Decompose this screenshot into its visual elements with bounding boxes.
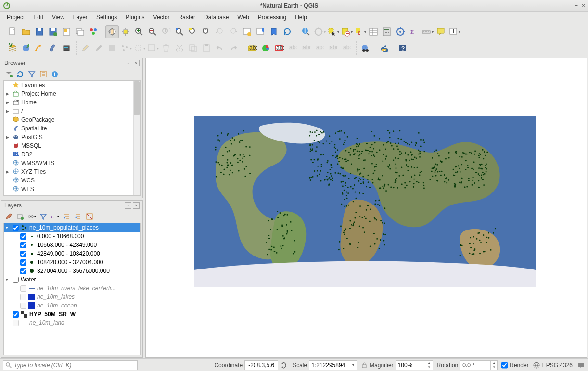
new-virtual-layer-icon[interactable]: [46, 41, 60, 55]
remove-layer-icon[interactable]: [85, 212, 94, 221]
paste-features-icon[interactable]: [200, 41, 213, 55]
add-vector-layer-icon[interactable]: V: [6, 41, 19, 55]
close-button[interactable]: ×: [582, 2, 585, 9]
zoom-out-icon[interactable]: [146, 25, 159, 38]
help-icon[interactable]: ?: [396, 41, 409, 55]
locator-input[interactable]: [14, 362, 135, 369]
layer-checkbox[interactable]: [20, 294, 26, 300]
manage-visibility-icon[interactable]: ▾: [27, 212, 36, 221]
layer-row[interactable]: 10668.000 - 42849.000: [4, 241, 140, 249]
style-manager-icon[interactable]: [87, 25, 100, 38]
metasearch-icon[interactable]: [358, 41, 372, 55]
browser-item-project-home[interactable]: ▶Project Home: [4, 90, 140, 98]
magnifier-up-icon[interactable]: ▴: [426, 361, 433, 365]
layers-tree[interactable]: ▾ne_10m_populated_places0.000 - 10668.00…: [3, 223, 141, 355]
menu-database[interactable]: Database: [200, 13, 232, 22]
statistics-icon[interactable]: Σ: [407, 25, 421, 38]
add-raster-layer-icon[interactable]: +: [19, 41, 33, 55]
map-canvas[interactable]: [145, 58, 587, 358]
filter-legend-icon[interactable]: [39, 212, 48, 221]
new-project-icon[interactable]: [6, 25, 19, 38]
menu-processing[interactable]: Processing: [254, 13, 290, 22]
python-console-icon[interactable]: [377, 41, 391, 55]
save-project-icon[interactable]: [33, 25, 46, 38]
browser-detach-button[interactable]: ▫: [125, 60, 131, 66]
new-gps-layer-icon[interactable]: [60, 41, 73, 55]
scale-dropdown-icon[interactable]: ▾: [349, 361, 357, 370]
layer-checkbox[interactable]: [13, 277, 19, 283]
browser-item-geopackage[interactable]: GeoPackage: [4, 115, 140, 124]
collapse-all-icon[interactable]: [74, 212, 82, 221]
new-map-view-icon[interactable]: [240, 25, 254, 38]
expand-all-icon[interactable]: [62, 212, 71, 221]
layer-row[interactable]: ne_10m_land: [4, 319, 140, 327]
layer-row[interactable]: ne_10m_ocean: [4, 301, 140, 310]
pin-labels-icon[interactable]: abc: [286, 41, 299, 55]
select-by-expression-icon[interactable]: ε▾: [353, 25, 367, 38]
layer-checkbox[interactable]: [20, 303, 26, 309]
maximize-button[interactable]: +: [575, 2, 578, 9]
layer-styling-icon[interactable]: [4, 212, 13, 221]
lock-icon[interactable]: [361, 362, 368, 369]
browser-item-xyz-tiles[interactable]: ▶XYZ Tiles: [4, 167, 140, 176]
layer-checkbox[interactable]: [13, 311, 19, 318]
layout-manager-icon[interactable]: [73, 25, 87, 38]
layer-checkbox[interactable]: [20, 285, 26, 292]
browser-item-postgis[interactable]: ▶PostGIS: [4, 133, 140, 141]
field-calculator-icon[interactable]: [380, 25, 394, 38]
processing-toolbox-icon[interactable]: [394, 25, 407, 38]
new-bookmark-icon[interactable]: [254, 25, 267, 38]
magnifier-down-icon[interactable]: ▾: [426, 365, 433, 370]
cut-features-icon[interactable]: [173, 41, 186, 55]
select-features-icon[interactable]: ▾: [326, 25, 340, 38]
browser-item--[interactable]: ▶/: [4, 107, 140, 115]
browser-close-button[interactable]: ×: [133, 60, 140, 66]
browser-item-mssql[interactable]: MSSQL: [4, 141, 140, 150]
filter-expression-icon[interactable]: ε▾: [51, 212, 59, 221]
layer-row[interactable]: 327004.000 - 35676000.000: [4, 267, 140, 275]
change-label-icon[interactable]: abc: [340, 41, 353, 55]
layer-row[interactable]: HYP_50M_SR_W: [4, 310, 140, 319]
layer-row[interactable]: 0.000 - 10668.000: [4, 232, 140, 241]
magnifier-spinner[interactable]: ▴▾: [396, 360, 433, 370]
delete-selected-icon[interactable]: [159, 41, 173, 55]
pan-icon[interactable]: [105, 25, 119, 38]
coordinate-value[interactable]: [244, 360, 278, 370]
deselect-all-icon[interactable]: ▾: [340, 25, 353, 38]
layer-checkbox[interactable]: [13, 320, 19, 326]
menu-raster[interactable]: Raster: [175, 13, 199, 22]
rotation-spinner[interactable]: ▴▾: [460, 360, 498, 370]
layer-checkbox[interactable]: [13, 225, 19, 231]
vertex-tool-icon[interactable]: ▾: [146, 41, 159, 55]
diagram-icon[interactable]: [259, 41, 272, 55]
layers-close-button[interactable]: ×: [133, 202, 140, 209]
undo-icon[interactable]: [213, 41, 227, 55]
menu-view[interactable]: View: [48, 13, 68, 22]
menu-vector[interactable]: Vector: [150, 13, 174, 22]
zoom-next-icon[interactable]: [227, 25, 240, 38]
redo-icon[interactable]: [227, 41, 240, 55]
locator-search[interactable]: [3, 360, 138, 370]
browser-item-home[interactable]: ▶Home: [4, 98, 140, 107]
menu-help[interactable]: Help: [291, 13, 311, 22]
browser-item-db2[interactable]: DB2DB2: [4, 150, 140, 159]
open-project-icon[interactable]: [19, 25, 33, 38]
add-group-icon[interactable]: [16, 212, 25, 221]
browser-item-spatialite[interactable]: SpatiaLite: [4, 124, 140, 133]
zoom-in-icon[interactable]: [132, 25, 146, 38]
browser-item-wms-wmts[interactable]: WMS/WMTS: [4, 159, 140, 167]
measure-icon[interactable]: ▾: [421, 25, 434, 38]
zoom-to-layer-icon[interactable]: [200, 25, 213, 38]
layer-row[interactable]: ▾Water: [4, 275, 140, 284]
save-project-as-icon[interactable]: [46, 25, 60, 38]
browser-refresh-icon[interactable]: [16, 70, 25, 78]
magnifier-value[interactable]: [396, 361, 426, 370]
show-bookmarks-icon[interactable]: [267, 25, 281, 38]
save-layer-edits-icon[interactable]: [105, 41, 119, 55]
map-tips-icon[interactable]: [434, 25, 447, 38]
crs-value[interactable]: EPSG:4326: [542, 362, 573, 369]
zoom-full-icon[interactable]: [173, 25, 186, 38]
rotation-up-icon[interactable]: ▴: [490, 361, 497, 365]
menu-plugins[interactable]: Plugins: [122, 13, 148, 22]
layer-checkbox[interactable]: [20, 233, 26, 240]
